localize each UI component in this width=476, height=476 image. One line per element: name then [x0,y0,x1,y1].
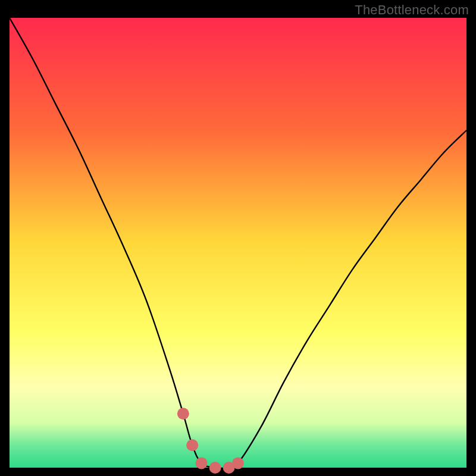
bottleneck-chart [0,0,476,476]
highlight-point [232,457,244,469]
chart-container: TheBottleneck.com [0,0,476,476]
plot-area [10,18,466,468]
highlight-point [196,457,208,469]
watermark-text: TheBottleneck.com [355,2,469,18]
highlight-point [209,462,221,474]
highlight-point [186,439,198,451]
highlight-point [177,408,189,419]
